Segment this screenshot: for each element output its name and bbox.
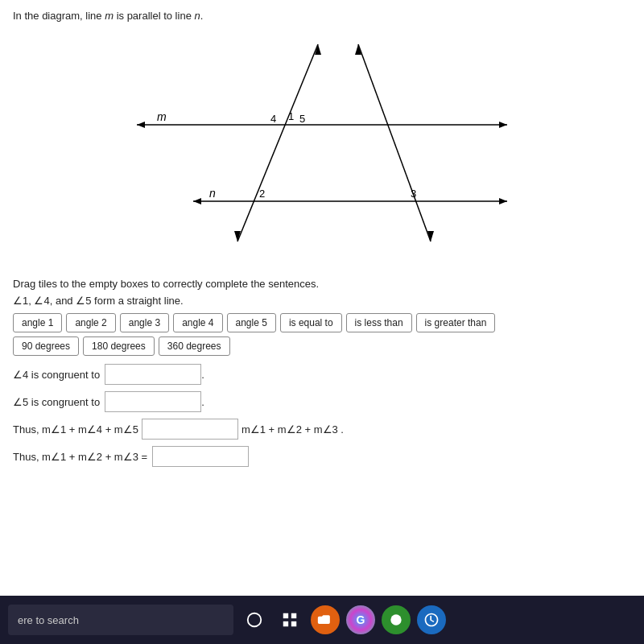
- svg-line-11: [358, 44, 431, 242]
- answer-box-2[interactable]: [105, 391, 201, 412]
- svg-text:4: 4: [270, 113, 276, 125]
- taskbar-color-icon[interactable]: G: [346, 605, 375, 634]
- sentence-4-row: Thus, m∠1 + m∠2 + m∠3 =: [13, 446, 631, 467]
- sentence-1-end: .: [201, 369, 204, 381]
- svg-text:1: 1: [288, 110, 294, 122]
- instructions-text: Drag tiles to the empty boxes to correct…: [13, 278, 631, 290]
- taskbar-circle-icon[interactable]: [240, 605, 269, 634]
- svg-rect-20: [283, 613, 288, 618]
- taskbar-color-label: G: [357, 613, 365, 626]
- straight-line-statement: ∠1, ∠4, and ∠5 form a straight line.: [13, 295, 631, 307]
- taskbar-folder-icon[interactable]: [311, 605, 340, 634]
- tile-180-degrees[interactable]: 180 degrees: [83, 336, 155, 356]
- sentence-3-prefix: Thus, m∠1 + m∠4 + m∠5: [13, 423, 138, 436]
- tile-angle3[interactable]: angle 3: [120, 313, 169, 332]
- tiles-row-1: angle 1 angle 2 angle 3 angle 4 angle 5 …: [13, 313, 631, 332]
- svg-rect-21: [291, 613, 296, 618]
- answer-section: ∠4 is congruent to . ∠5 is congruent to …: [13, 364, 631, 467]
- taskbar-green-icon[interactable]: [382, 605, 411, 634]
- sentence-3-middle: m∠1 + m∠2 + m∠3 .: [242, 423, 344, 436]
- svg-point-19: [248, 613, 262, 627]
- answer-box-1[interactable]: [105, 364, 201, 385]
- answer-box-3[interactable]: [142, 419, 238, 440]
- svg-marker-2: [499, 122, 507, 128]
- tile-equal-to[interactable]: is equal to: [280, 313, 342, 332]
- taskbar-search-text: ere to search: [18, 614, 79, 626]
- svg-text:5: 5: [299, 113, 305, 125]
- sentence-1-text: ∠4 is congruent to: [13, 369, 100, 381]
- svg-text:m: m: [157, 110, 167, 123]
- svg-text:3: 3: [411, 188, 416, 200]
- tile-angle1[interactable]: angle 1: [13, 313, 62, 332]
- svg-marker-1: [137, 122, 145, 128]
- svg-point-24: [390, 614, 401, 625]
- tile-360-degrees[interactable]: 360 degrees: [159, 336, 230, 356]
- svg-marker-5: [193, 198, 201, 204]
- tile-angle5[interactable]: angle 5: [227, 313, 276, 332]
- svg-text:n: n: [209, 187, 216, 200]
- taskbar-grid-icon[interactable]: [275, 605, 304, 634]
- tile-less-than[interactable]: is less than: [346, 313, 412, 332]
- answer-box-4[interactable]: [152, 446, 249, 467]
- taskbar-blue-icon[interactable]: [417, 605, 446, 634]
- sentence-3-row: Thus, m∠1 + m∠4 + m∠5 m∠1 + m∠2 + m∠3 .: [13, 419, 631, 440]
- diagram-container: m n: [13, 28, 631, 270]
- svg-line-8: [237, 44, 318, 242]
- tile-greater-than[interactable]: is greater than: [416, 313, 496, 332]
- taskbar-search[interactable]: ere to search: [8, 605, 233, 635]
- svg-marker-6: [499, 198, 507, 204]
- tiles-row-2: 90 degrees 180 degrees 360 degrees: [13, 336, 631, 356]
- sentence-2-end: .: [201, 396, 204, 408]
- main-content: In the diagram, line m is parallel to li…: [0, 0, 644, 596]
- sentence-4-prefix: Thus, m∠1 + m∠2 + m∠3 =: [13, 451, 147, 463]
- svg-rect-23: [291, 621, 296, 626]
- svg-text:2: 2: [259, 188, 265, 200]
- problem-statement: In the diagram, line m is parallel to li…: [13, 10, 631, 22]
- sentence-2-text: ∠5 is congruent to: [13, 396, 100, 408]
- geometry-diagram: m n: [113, 28, 531, 270]
- taskbar: ere to search G: [0, 596, 644, 644]
- sentence-2-row: ∠5 is congruent to .: [13, 391, 631, 412]
- sentence-1-row: ∠4 is congruent to .: [13, 364, 631, 385]
- tile-angle4[interactable]: angle 4: [173, 313, 222, 332]
- tile-angle2[interactable]: angle 2: [66, 313, 115, 332]
- svg-rect-22: [283, 621, 288, 626]
- tile-90-degrees[interactable]: 90 degrees: [13, 336, 79, 356]
